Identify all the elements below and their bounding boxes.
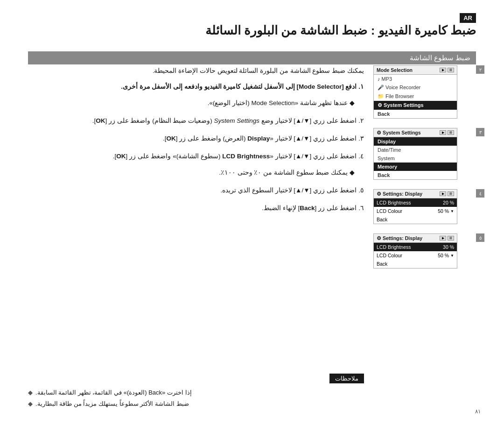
row-back-3[interactable]: Back [374,215,457,224]
menu-item-back-1[interactable]: Back [374,110,457,118]
menu-item-back-2[interactable]: Back [374,171,457,179]
notes-header: ملاحظات [329,374,364,383]
panel-icon-3a: ▶ [440,191,446,196]
panel-system-settings: ⚙ System Settings ▶ ⊞ Display Date/Time … [373,128,476,180]
notes-section: ملاحظات إذا اخترت «Back (العودة)» في الق… [28,374,364,410]
panel-icon-2a: ▶ [440,130,446,135]
panel-icon-4b: ⊞ [448,236,454,240]
panels-area: Mode Selection ▶ ⊞ ♪ MP3 🎤 Voice Recorde… [373,65,476,278]
step-badge-4: ٥ [476,233,484,242]
intro-paragraph: يمكنك ضبط سطوع الشاشة من البلورة السائلة… [28,65,364,77]
step-4: ٤. اضغط على زري [▼/▲] لاختيار «LCD Brigh… [28,151,364,178]
panel-settings-display-2: ⚙ Settings: Display ▶ ⊞ LCD Brightness 3… [373,233,476,269]
note-1: إذا اخترت «Back (العودة)» في القائمة، تظ… [28,387,364,399]
step-3: ٣. اضغط على زري [▼/▲] لاختيار «Display (… [28,133,364,144]
ar-badge-text: AR [463,14,472,21]
menu-item-mp3[interactable]: ♪ MP3 [374,75,457,83]
main-content: يمكنك ضبط سطوع الشاشة من البلورة السائلة… [28,65,364,221]
step-5: ٥. اضغط على زري [▼/▲] لاختيار السطوع الذ… [28,185,364,196]
panel-icon-3b: ⊞ [448,191,454,196]
panel-icon-1a: ▶ [440,68,446,72]
mode-selection-panel: Mode Selection ▶ ⊞ ♪ MP3 🎤 Voice Recorde… [373,65,457,119]
menu-item-datetime[interactable]: Date/Time [374,146,457,154]
panel-header-4: ⚙ Settings: Display ▶ ⊞ [374,234,457,243]
panel-mode-selection: Mode Selection ▶ ⊞ ♪ MP3 🎤 Voice Recorde… [373,65,476,119]
menu-item-system[interactable]: System [374,154,457,163]
step-2: ٢. اضغط على زري [▼/▲] لاختيار وضع System… [28,115,364,127]
step-6: ٦. اضغط على زر [Back] لإنهاء الضبط. [28,203,364,214]
system-settings-panel: ⚙ System Settings ▶ ⊞ Display Date/Time … [373,128,457,180]
row-lcd-brightness-1[interactable]: LCD Brightness 20 % [374,198,457,207]
step-badge-1: ٢ [476,65,484,74]
step-badge-3: ٤ [476,189,484,198]
panel-settings-display-1: ⚙ Settings: Display ▶ ⊞ LCD Brightness 2… [373,189,476,224]
settings-display-panel-1: ⚙ Settings: Display ▶ ⊞ LCD Brightness 2… [373,189,457,224]
panel-icon-2b: ⊞ [448,130,454,135]
note-2: ضبط الشاشة الأكثر سطوعاً يستهلك مزيداً م… [28,398,364,410]
step-1: ١. ادفع [Mode Selector] إلى الأسفل لتشغي… [28,81,364,109]
menu-item-display[interactable]: Display [374,137,457,146]
panel-header-1: Mode Selection ▶ ⊞ [374,66,457,75]
panel-header-2: ⚙ System Settings ▶ ⊞ [374,128,457,137]
notes-content: إذا اخترت «Back (العودة)» في القائمة، تظ… [28,387,364,410]
panel-icon-1b: ⊞ [448,68,454,72]
panel-icon-4a: ▶ [440,236,446,240]
panel-header-3: ⚙ Settings: Display ▶ ⊞ [374,190,457,198]
settings-display-panel-2: ⚙ Settings: Display ▶ ⊞ LCD Brightness 3… [373,233,457,269]
step-badge-2: ٣ [476,128,484,136]
menu-item-file[interactable]: 📁 File Browser [374,92,457,101]
row-lcd-colour-2[interactable]: LCD Colour 50 % ▼ [374,251,457,260]
page-number: ٨١ [475,408,481,415]
menu-item-voice[interactable]: 🎤 Voice Recorder [374,83,457,92]
menu-item-memory[interactable]: Memory [374,163,457,171]
row-back-4[interactable]: Back [374,260,457,268]
menu-item-system-settings[interactable]: ⚙ System Settings [374,101,457,110]
page-title: ضبط كاميرة الفيديو : ضبط الشاشة من البلو… [28,23,476,38]
row-lcd-brightness-2[interactable]: LCD Brightness 30 % [374,243,457,251]
ar-badge: AR [460,13,476,23]
section-header: ضبط سطوع الشاشة [28,51,476,64]
row-lcd-colour-1[interactable]: LCD Colour 50 % ▼ [374,207,457,215]
